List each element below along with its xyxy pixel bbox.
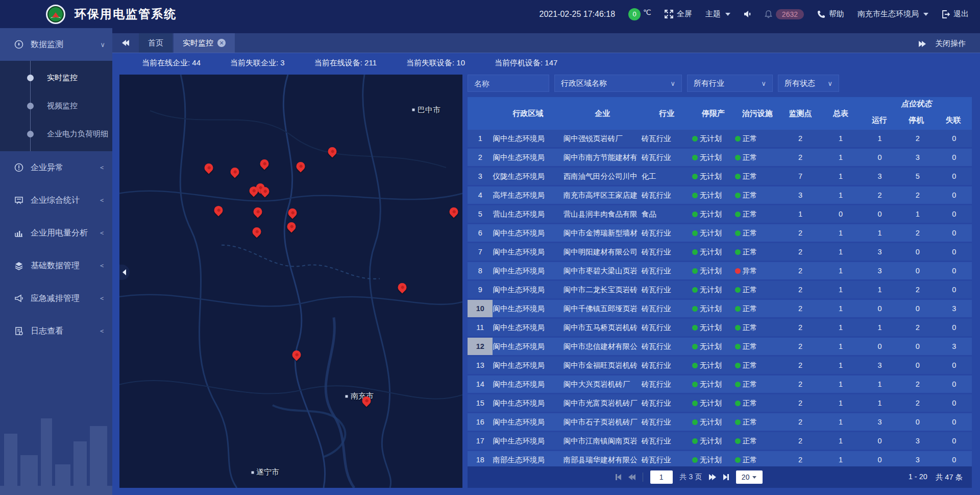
name-search-input[interactable] [468,75,549,92]
fullscreen-button[interactable]: 全屏 [665,9,692,19]
sidebar-item-0[interactable]: 数据监测∨ [0,28,112,61]
cell-meters: 1 [821,375,861,393]
table-row[interactable]: 13阆中生态环境局阆中市金福旺页岩机砖砖瓦行业无计划正常21300 [468,357,972,374]
table-row[interactable]: 3仪陇生态环境局西南油气田分公司川中化工无计划正常71350 [468,168,972,185]
chevron-down-icon [752,476,756,479]
cell-monitor-points: 2 [780,375,821,393]
page-size-select[interactable]: 20 [736,470,763,484]
cell-facility-status: 正常 [735,413,780,431]
user-menu[interactable]: 南充市生态环境局 [857,9,928,19]
table-row[interactable]: 11阆中生态环境局阆中市五马桥页岩机砖砖瓦行业无计划正常21120 [468,319,972,336]
sidebar-item-1[interactable]: 企业异常＜ [0,151,112,184]
cell-company: 阆中市石子页岩机砖厂 [564,413,642,431]
cell-region: 阆中生态环境局 [493,338,563,355]
status-dot-icon [692,230,698,236]
cell-offline: 3 [937,338,972,355]
sidebar-item-6[interactable]: 日志查看＜ [0,315,112,347]
map-panel[interactable]: 巴中市南充市遂宁市 [119,75,462,488]
sidebar-item-label: 应急减排管理 [31,293,80,304]
sidebar-item-label: 企业综合统计 [31,195,80,206]
cell-offline: 0 [937,243,972,261]
app-root: 环保用电监管系统 2021-02-25 17:46:18 0 ℃ 全屏 主题 [0,0,980,495]
app-title: 环保用电监管系统 [75,6,177,22]
cell-company: 阆中市金博瑞新型墙材 [564,224,642,242]
cell-industry: 砖瓦行业 [642,375,692,393]
previous-page-button[interactable] [628,474,635,480]
cell-company: 阆中大兴页岩机砖厂 [564,375,642,393]
table-row[interactable]: 1阆中生态环境局阆中强锐页岩砖厂砖瓦行业无计划正常21120 [468,130,972,147]
cell-offline: 0 [937,205,972,223]
cell-company: 阆中市二龙长宝页岩砖 [564,281,642,298]
sidebar-subitem-视频监控[interactable]: 视频监控 [0,92,112,120]
status-select[interactable]: 所有状态 ∨ [778,75,839,92]
board-icon [14,196,23,205]
table-row[interactable]: 5营山生态环境局营山县润丰肉食品有限食品无计划正常10010 [468,205,972,223]
cell-running: 1 [861,130,899,147]
help-button[interactable]: 帮助 [817,9,844,19]
tab-close-icon[interactable]: ✕ [217,39,226,47]
row-index: 9 [468,281,493,298]
tab-首页[interactable]: 首页 [139,33,173,53]
bullet-icon [27,75,34,81]
industry-select[interactable]: 所有行业 ∨ [687,75,773,92]
cell-company: 阆中市忠信建材有限公 [564,338,642,355]
cell-region: 南部生态环境局 [493,451,563,466]
close-operations[interactable]: 关闭操作 [919,39,980,53]
cell-region: 阆中生态环境局 [493,224,563,242]
table-row[interactable]: 10阆中生态环境局阆中千佛镇五郎垭页岩砖瓦行业无计划正常21003 [468,300,972,317]
record-range: 1 - 20 [909,473,927,482]
sidebar-item-4[interactable]: 基础数据管理＜ [0,249,112,282]
status-dot-icon [735,325,741,331]
chart-icon [14,228,23,238]
page-number-input[interactable]: 1 [650,470,673,484]
first-page-button[interactable] [616,474,621,480]
sidebar-subitem-实时监控[interactable]: 实时监控 [0,64,112,92]
table-row[interactable]: 4高坪生态环境局南充市高坪区王家店建砖瓦行业无计划正常31220 [468,186,972,204]
table-row[interactable]: 12阆中生态环境局阆中市忠信建材有限公砖瓦行业无计划正常21003 [468,338,972,355]
region-select[interactable]: 行政区域名称 ∨ [554,75,682,92]
table-row[interactable]: 8阆中生态环境局阆中市枣碧大梁山页岩砖瓦行业无计划异常21300 [468,262,972,279]
tabs-scroll-left-button[interactable] [112,33,139,53]
cell-stopped: 2 [899,130,937,147]
notifications[interactable]: 2632 [765,9,804,19]
cell-stopped: 2 [899,319,937,336]
next-page-button[interactable] [709,474,716,480]
status-dot-icon [735,136,741,142]
table-row[interactable]: 15阆中生态环境局阆中市光富页岩机砖厂砖瓦行业无计划正常21120 [468,394,972,412]
table-row[interactable]: 9阆中生态环境局阆中市二龙长宝页岩砖砖瓦行业无计划正常21120 [468,281,972,298]
cell-offline: 0 [937,262,972,279]
table-row[interactable]: 16阆中生态环境局阆中市石子页岩机砖厂砖瓦行业无计划正常21300 [468,413,972,431]
cell-meters: 1 [821,432,861,450]
table-row[interactable]: 14阆中生态环境局阆中大兴页岩机砖厂砖瓦行业无计划正常21120 [468,375,972,393]
status-dot-icon [735,230,741,236]
col-header-stopped: 停机 [898,110,935,130]
table-row[interactable]: 7阆中生态环境局阆中明阳建材有限公司砖瓦行业无计划正常21300 [468,243,972,261]
theme-menu[interactable]: 主题 [705,9,730,19]
cell-offline: 0 [937,168,972,185]
tab-实时监控[interactable]: 实时监控✕ [174,33,235,53]
cell-industry: 砖瓦行业 [642,432,692,450]
status-dot-icon [692,382,698,387]
cell-region: 阆中生态环境局 [493,262,563,279]
table-row[interactable]: 6阆中生态环境局阆中市金博瑞新型墙材砖瓦行业无计划正常21120 [468,224,972,242]
table-row[interactable]: 17阆中生态环境局阆中市江南镇阆南页岩砖瓦行业无计划正常21030 [468,432,972,450]
cell-facility-status: 正常 [735,394,780,412]
chevron-down-icon: ∨ [827,80,832,87]
cell-monitor-points: 2 [780,300,821,317]
cell-stopped: 5 [899,168,937,185]
table-row[interactable]: 2阆中生态环境局阆中市南方节能建材有砖瓦行业无计划正常21030 [468,149,972,166]
sidebar-subitem-企业电力负荷明细[interactable]: 企业电力负荷明细 [0,120,112,148]
sidebar-item-3[interactable]: 企业用电量分析＜ [0,217,112,249]
last-page-button[interactable] [723,474,729,480]
sidebar-item-5[interactable]: 应急减排管理＜ [0,282,112,315]
bullet-icon [27,131,34,137]
temperature-unit: ℃ [643,8,651,16]
cell-limit-status: 无计划 [692,281,735,298]
mute-button[interactable] [744,10,751,18]
sidebar-item-2[interactable]: 企业综合统计＜ [0,184,112,217]
table-row[interactable]: 18南部生态环境局南部县瑞华建材有限公砖瓦行业无计划正常21030 [468,451,972,466]
cell-stopped: 2 [899,375,937,393]
cell-industry: 砖瓦行业 [642,224,692,242]
logout-button[interactable]: 退出 [942,9,969,19]
cell-monitor-points: 3 [780,186,821,204]
